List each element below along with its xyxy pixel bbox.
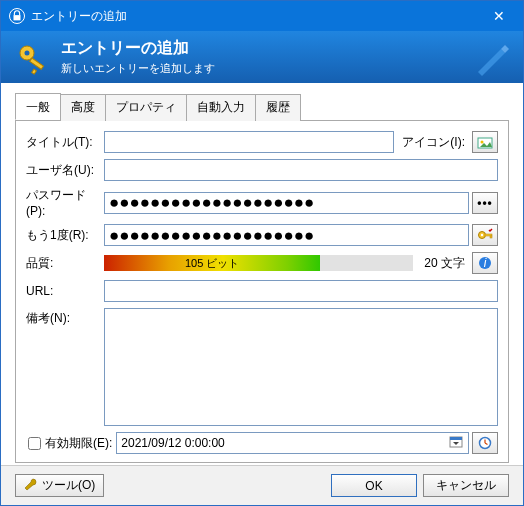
username-input[interactable] (104, 159, 498, 181)
dialog-window: エントリーの追加 ✕ エントリーの追加 新しいエントリーを追加します 一般 高度… (0, 0, 524, 506)
tab-general[interactable]: 一般 (15, 93, 61, 120)
expiry-field[interactable]: 2021/09/12 0:00:00 (116, 432, 469, 454)
expiry-label: 有効期限(E): (45, 435, 112, 452)
svg-rect-10 (490, 236, 492, 238)
svg-rect-14 (450, 437, 462, 440)
url-label: URL: (26, 284, 104, 298)
password-input[interactable]: ●●●●●●●●●●●●●●●●●●●● (104, 192, 469, 214)
reveal-password-button[interactable]: ••• (472, 192, 498, 214)
titlebar: エントリーの追加 ✕ (1, 1, 523, 31)
repeat-password-input[interactable]: ●●●●●●●●●●●●●●●●●●●● (104, 224, 469, 246)
icon-picker-button[interactable] (472, 131, 498, 153)
expiry-value: 2021/09/12 0:00:00 (121, 436, 224, 450)
banner-texts: エントリーの追加 新しいエントリーを追加します (61, 38, 215, 76)
button-bar: ツール(O) OK キャンセル (1, 465, 523, 505)
title-label: タイトル(T): (26, 134, 104, 151)
tab-panel-general: タイトル(T): アイコン(I): ユーザ名(U): パスワード(P): ●●●… (15, 121, 509, 463)
tab-properties[interactable]: プロパティ (105, 94, 187, 121)
quality-label: 品質: (26, 255, 104, 272)
notes-label: 備考(N): (26, 308, 104, 426)
icon-label: アイコン(I): (402, 134, 465, 151)
close-button[interactable]: ✕ (479, 8, 519, 24)
quality-bar: 105 ビット (104, 255, 413, 271)
key-icon (15, 39, 51, 75)
quality-fill: 105 ビット (104, 255, 320, 271)
quality-empty (320, 255, 413, 271)
clock-icon (478, 436, 492, 450)
quality-info-button[interactable]: i (472, 252, 498, 274)
banner-title: エントリーの追加 (61, 38, 215, 59)
banner-subtitle: 新しいエントリーを追加します (61, 61, 215, 76)
app-icon (9, 8, 25, 24)
url-input[interactable] (104, 280, 498, 302)
password-label: パスワード(P): (26, 187, 104, 218)
generate-password-button[interactable] (472, 224, 498, 246)
banner: エントリーの追加 新しいエントリーを追加します (1, 31, 523, 83)
tab-autotype[interactable]: 自動入力 (186, 94, 256, 121)
svg-text:i: i (484, 256, 487, 270)
svg-rect-4 (32, 69, 37, 74)
tab-history[interactable]: 履歴 (255, 94, 301, 121)
char-count: 20 文字 (419, 255, 469, 272)
repeat-label: もう1度(R): (26, 227, 104, 244)
svg-rect-0 (14, 15, 21, 20)
title-input[interactable] (104, 131, 394, 153)
tab-strip: 一般 高度 プロパティ 自動入力 履歴 (15, 93, 509, 121)
svg-rect-3 (30, 58, 44, 69)
svg-point-8 (481, 234, 483, 236)
wrench-icon (24, 477, 38, 494)
pencil-icon (473, 37, 513, 80)
notes-textarea[interactable] (104, 308, 498, 426)
username-label: ユーザ名(U): (26, 162, 104, 179)
body: 一般 高度 プロパティ 自動入力 履歴 タイトル(T): アイコン(I): ユー… (1, 83, 523, 467)
tools-label: ツール(O) (42, 477, 95, 494)
info-icon: i (478, 256, 492, 270)
quality-bits-text: 105 ビット (104, 256, 320, 271)
tab-advanced[interactable]: 高度 (60, 94, 106, 121)
svg-point-6 (481, 141, 484, 144)
svg-rect-9 (485, 234, 492, 236)
tools-button[interactable]: ツール(O) (15, 474, 104, 497)
svg-point-2 (25, 51, 30, 56)
expiry-presets-button[interactable] (472, 432, 498, 454)
expiry-checkbox[interactable] (28, 437, 41, 450)
cancel-button[interactable]: キャンセル (423, 474, 509, 497)
ok-button[interactable]: OK (331, 474, 417, 497)
key-gen-icon (477, 228, 493, 242)
window-title: エントリーの追加 (31, 8, 479, 25)
expiry-dropdown-icon[interactable] (448, 435, 464, 452)
dots-icon: ••• (477, 196, 493, 210)
